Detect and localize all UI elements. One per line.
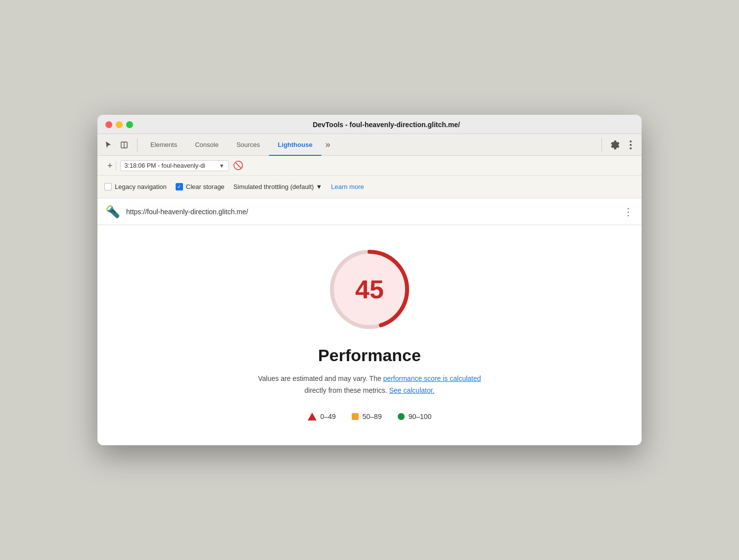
more-options-icon[interactable]	[624, 138, 638, 152]
toolbar-row: + 3:18:06 PM - foul-heavenly-di ▼ 🚫	[97, 156, 642, 176]
score-legend: 0–49 50–89 90–100	[308, 413, 432, 420]
score-circle-container: 45	[325, 245, 414, 334]
low-score-range: 0–49	[321, 413, 336, 420]
legacy-nav-label: Legacy navigation	[115, 183, 167, 190]
high-score-icon	[398, 413, 405, 420]
tabs-list: Elements Console Sources Lighthouse »	[141, 134, 598, 155]
clear-storage-checkbox[interactable]	[176, 183, 183, 190]
score-value: 45	[355, 275, 384, 304]
devtools-tabs: Elements Console Sources Lighthouse »	[97, 134, 642, 156]
throttling-dropdown[interactable]: Simulated throttling (default) ▼	[233, 183, 322, 190]
settings-icon[interactable]	[608, 138, 622, 152]
legacy-nav-option[interactable]: Legacy navigation	[104, 183, 167, 190]
description-middle: directly from these metrics.	[305, 386, 387, 394]
url-row: 🔦 https://foul-heavenly-direction.glitch…	[97, 198, 642, 225]
title-bar: DevTools - foul-heavenly-direction.glitc…	[97, 115, 642, 134]
add-tab-button[interactable]: +	[104, 161, 116, 170]
window-title: DevTools - foul-heavenly-direction.glitc…	[139, 121, 634, 129]
medium-score-range: 50–89	[363, 413, 382, 420]
report-url: https://foul-heavenly-direction.glitch.m…	[126, 208, 617, 216]
minimize-button[interactable]	[116, 121, 123, 128]
calculator-link[interactable]: See calculator.	[389, 386, 435, 394]
legend-low: 0–49	[308, 413, 336, 420]
cursor-icon[interactable]	[101, 138, 115, 152]
svg-point-4	[630, 147, 632, 149]
traffic-lights	[105, 121, 133, 128]
throttling-arrow: ▼	[316, 183, 322, 190]
perf-score-link[interactable]: performance score is calculated	[383, 374, 481, 382]
high-score-range: 90–100	[409, 413, 432, 420]
url-dropdown-arrow: ▼	[219, 163, 225, 169]
svg-point-2	[630, 140, 632, 142]
main-content: 45 Performance Values are estimated and …	[97, 225, 642, 445]
learn-more-link[interactable]: Learn more	[331, 183, 364, 190]
svg-point-3	[630, 144, 632, 146]
options-row: Legacy navigation Clear storage Simulate…	[97, 176, 642, 198]
lighthouse-logo-icon: 🔦	[105, 205, 120, 219]
legend-medium: 50–89	[352, 413, 382, 420]
devtools-right-icons	[601, 138, 638, 152]
report-description: Values are estimated and may vary. The p…	[258, 373, 481, 397]
clear-storage-label: Clear storage	[186, 183, 225, 190]
browser-window: DevTools - foul-heavenly-direction.glitc…	[97, 115, 642, 445]
tabs-overflow-button[interactable]: »	[322, 140, 334, 150]
block-requests-icon[interactable]: 🚫	[233, 160, 243, 171]
url-display: 3:18:06 PM - foul-heavenly-di	[125, 162, 216, 169]
tab-elements[interactable]: Elements	[141, 135, 186, 156]
tab-console[interactable]: Console	[186, 135, 228, 156]
dock-icon[interactable]	[117, 138, 131, 152]
close-button[interactable]	[105, 121, 112, 128]
url-selector[interactable]: 3:18:06 PM - foul-heavenly-di ▼	[120, 160, 229, 171]
tab-lighthouse[interactable]: Lighthouse	[269, 135, 322, 156]
performance-title: Performance	[318, 346, 421, 365]
medium-score-icon	[352, 413, 359, 420]
legacy-nav-checkbox[interactable]	[104, 183, 112, 190]
devtools-left-icons	[101, 138, 138, 152]
maximize-button[interactable]	[126, 121, 133, 128]
clear-storage-option[interactable]: Clear storage	[176, 183, 225, 190]
tab-sources[interactable]: Sources	[228, 135, 269, 156]
legend-high: 90–100	[398, 413, 432, 420]
report-options-button[interactable]: ⋮	[623, 206, 634, 218]
description-prefix: Values are estimated and may vary. The	[258, 374, 383, 382]
throttling-label: Simulated throttling (default)	[233, 183, 314, 190]
low-score-icon	[308, 413, 317, 420]
